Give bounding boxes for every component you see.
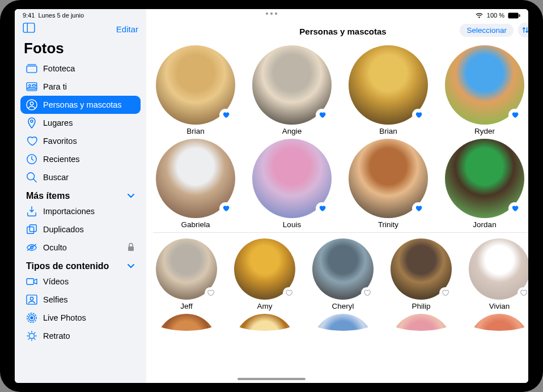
- person-cell[interactable]: Louis: [249, 139, 334, 229]
- person-name: Trinity: [378, 220, 398, 229]
- section-title: Más ítems: [26, 191, 70, 201]
- favorite-badge[interactable]: [439, 287, 451, 299]
- select-button[interactable]: Seleccionar: [460, 24, 514, 37]
- status-battery: 100 %: [487, 12, 504, 19]
- svg-rect-20: [27, 295, 37, 304]
- person-name: Cheryl: [332, 302, 354, 310]
- avatar: [312, 238, 374, 300]
- favorite-badge[interactable]: [316, 202, 328, 215]
- avatar: [445, 139, 524, 218]
- separator: [153, 232, 528, 233]
- person-cell[interactable]: Cheryl: [309, 238, 376, 310]
- sidebar-item-pin[interactable]: Lugares: [20, 114, 141, 132]
- for-you-icon: [26, 81, 37, 92]
- library-icon: [26, 63, 37, 74]
- avatar: [445, 45, 524, 125]
- favorite-badge[interactable]: [361, 287, 372, 299]
- search-icon: [26, 172, 37, 183]
- heart-icon: [207, 289, 214, 296]
- person-cell[interactable]: Trinity: [346, 139, 431, 229]
- svg-rect-1: [519, 14, 520, 17]
- sidebar-item-video[interactable]: Vídeos: [20, 272, 141, 291]
- sidebar-item-duplicates[interactable]: Duplicados: [20, 220, 141, 238]
- favorite-badge[interactable]: [412, 202, 425, 215]
- favorite-badge[interactable]: [219, 202, 232, 215]
- person-cell[interactable]: [309, 314, 376, 331]
- heart-icon: [363, 289, 371, 296]
- person-name: Amy: [257, 302, 273, 310]
- sidebar-item-heart[interactable]: Favoritos: [20, 132, 141, 150]
- sidebar-item-search[interactable]: Buscar: [20, 168, 141, 186]
- person-cell[interactable]: Philip: [388, 238, 455, 310]
- heart-icon: [319, 112, 326, 118]
- person-cell[interactable]: Vivian: [466, 238, 528, 310]
- person-cell[interactable]: [153, 314, 220, 331]
- svg-rect-18: [128, 246, 134, 251]
- sidebar-item-selfie[interactable]: Selfies: [20, 291, 141, 309]
- sidebar-item-hidden[interactable]: Oculto: [20, 238, 141, 257]
- sidebar-item-label: Personas y mascotas: [43, 100, 122, 109]
- lock-icon: [127, 242, 135, 253]
- avatar: [349, 45, 428, 125]
- chevron-down-icon: [127, 191, 135, 201]
- sidebar-item-label: Duplicados: [43, 225, 84, 234]
- live-icon: [26, 312, 37, 323]
- video-icon: [26, 276, 37, 287]
- sidebar-toggle-button[interactable]: [23, 23, 35, 35]
- section-header[interactable]: Tipos de contenido: [20, 257, 141, 272]
- avatar: [469, 314, 528, 331]
- person-cell[interactable]: Brian: [346, 45, 431, 135]
- person-cell[interactable]: Ryder: [442, 45, 527, 135]
- favorite-badge[interactable]: [205, 287, 216, 299]
- duplicates-icon: [26, 224, 37, 235]
- avatar: [312, 314, 374, 331]
- section-title: Tipos de contenido: [26, 261, 109, 271]
- favorite-badge[interactable]: [508, 202, 521, 215]
- sidebar-item-person-circle[interactable]: Personas y mascotas: [20, 96, 141, 114]
- edit-button[interactable]: Editar: [116, 24, 138, 34]
- person-name: Philip: [412, 302, 430, 310]
- person-cell[interactable]: Amy: [231, 238, 298, 310]
- sidebar-item-import[interactable]: Importaciones: [20, 202, 141, 220]
- sidebar-item-portrait[interactable]: Retrato: [20, 327, 141, 345]
- favorite-badge[interactable]: [517, 287, 528, 299]
- chevron-down-icon: [127, 261, 135, 271]
- person-cell[interactable]: [231, 314, 298, 331]
- avatar: [156, 45, 235, 125]
- favorite-badge[interactable]: [412, 109, 425, 121]
- status-time: 9:41: [23, 12, 35, 19]
- sidebar-item-label: Buscar: [43, 173, 69, 182]
- heart-icon: [415, 205, 422, 212]
- sidebar-item-live[interactable]: Live Photos: [20, 309, 141, 327]
- favorite-badge[interactable]: [508, 109, 521, 121]
- person-name: Angie: [282, 127, 302, 135]
- person-cell[interactable]: Gabriela: [153, 139, 238, 229]
- person-cell[interactable]: Jordan: [442, 139, 527, 229]
- favorite-badge[interactable]: [219, 109, 232, 121]
- avatar: [156, 314, 217, 331]
- person-cell[interactable]: [388, 314, 455, 331]
- section-header[interactable]: Más ítems: [20, 186, 141, 202]
- person-cell[interactable]: [466, 314, 528, 331]
- status-bar: 9:41 Lunes 5 de junio 100 %: [15, 9, 528, 20]
- home-indicator[interactable]: [237, 378, 306, 380]
- favorite-badge[interactable]: [283, 287, 294, 299]
- app-title: Fotos: [20, 39, 141, 59]
- heart-icon: [285, 289, 292, 296]
- favorite-badge[interactable]: [316, 109, 328, 121]
- sidebar-item-library[interactable]: Fototeca: [20, 59, 141, 78]
- person-cell[interactable]: Brian: [153, 45, 238, 135]
- sidebar-item-for-you[interactable]: Para ti: [20, 78, 141, 96]
- multitask-indicator[interactable]: [266, 12, 277, 15]
- avatar: [234, 314, 295, 331]
- svg-rect-19: [27, 279, 33, 285]
- person-circle-icon: [26, 99, 37, 110]
- person-name: Ryder: [474, 127, 495, 135]
- sidebar-item-clock[interactable]: Recientes: [20, 150, 141, 168]
- avatar: [156, 139, 235, 218]
- person-cell[interactable]: Jeff: [153, 238, 220, 310]
- sidebar-item-label: Lugares: [43, 118, 73, 127]
- sort-button[interactable]: [518, 23, 528, 37]
- sidebar-item-label: Retrato: [43, 331, 70, 340]
- person-cell[interactable]: Angie: [249, 45, 334, 135]
